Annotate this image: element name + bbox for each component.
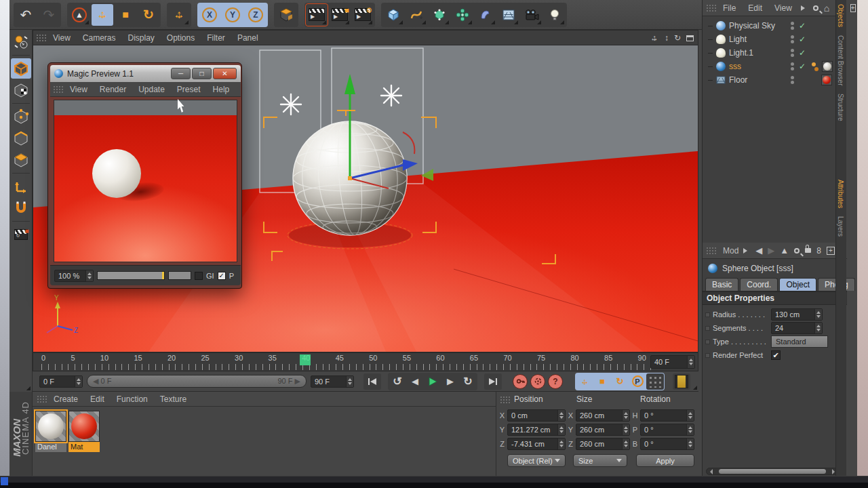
tab-basic[interactable]: Basic: [705, 278, 738, 291]
object-label[interactable]: Light.1: [729, 48, 787, 58]
object-row-sss[interactable]: sss ✓: [703, 60, 846, 73]
key-box[interactable]: [705, 340, 710, 344]
tab-content-browser[interactable]: Content Browser: [836, 31, 845, 89]
material-tag-mat[interactable]: [821, 75, 832, 85]
rotation-p-field[interactable]: 0 °: [640, 424, 694, 436]
history-icon[interactable]: 8: [816, 246, 821, 256]
key-scale-toggle[interactable]: ■: [593, 373, 611, 390]
lock-z-axis[interactable]: Z: [245, 4, 267, 26]
zoom-stepper[interactable]: [85, 270, 93, 281]
next-frame-button[interactable]: ▶: [441, 373, 459, 390]
type-dropdown[interactable]: Standard: [771, 336, 828, 348]
floor-icon[interactable]: [716, 75, 726, 85]
lock-x-axis[interactable]: X: [199, 4, 220, 26]
panel-grip[interactable]: [706, 247, 717, 255]
size-x-field[interactable]: 260 cm: [576, 409, 630, 422]
redo-button[interactable]: ↷: [38, 4, 60, 26]
stepper[interactable]: [557, 424, 565, 435]
key-box[interactable]: [705, 326, 710, 331]
current-frame-field[interactable]: 40 F: [650, 355, 695, 369]
goto-end-button[interactable]: [484, 373, 502, 390]
viewport-menu-panel[interactable]: Panel: [231, 30, 264, 45]
stepper[interactable]: [686, 439, 694, 449]
radius-field[interactable]: 130 cm: [771, 308, 823, 321]
visibility-toggles[interactable]: [791, 76, 794, 84]
enabled-check-icon[interactable]: ✓: [799, 35, 808, 44]
position-x-field[interactable]: 0 cm: [507, 409, 566, 422]
goto-start-button[interactable]: [363, 373, 381, 390]
scroll-thumb[interactable]: [719, 469, 826, 474]
stepper[interactable]: [622, 424, 629, 435]
key-box[interactable]: [705, 353, 710, 358]
om-menu-file[interactable]: File: [717, 1, 742, 16]
previous-key-button[interactable]: ↺: [389, 373, 406, 390]
gi-checkbox[interactable]: [195, 272, 203, 280]
position-z-field[interactable]: -7.431 cm: [507, 438, 566, 450]
add-light-button[interactable]: [544, 4, 566, 26]
key-parameter-toggle[interactable]: P: [629, 373, 646, 390]
sss-tag-icon[interactable]: [812, 62, 818, 71]
move-tool[interactable]: ↔↕: [92, 4, 113, 26]
size-mode-dropdown[interactable]: Size: [573, 454, 627, 467]
sphere-icon[interactable]: [716, 62, 726, 71]
maximize-button[interactable]: □: [192, 68, 212, 79]
viewport-maximize-icon[interactable]: [686, 35, 694, 41]
autokey-button[interactable]: [530, 374, 545, 389]
timeline-window-button[interactable]: [673, 373, 690, 390]
size-y-field[interactable]: 260 cm: [576, 424, 630, 436]
size-z-field[interactable]: 260 cm: [576, 438, 630, 450]
object-row-light1[interactable]: Light.1 ✓: [703, 46, 846, 60]
lock-icon[interactable]: [805, 248, 811, 253]
object-row-light[interactable]: Light ✓: [703, 33, 846, 46]
render-view-button[interactable]: ▶: [306, 4, 328, 26]
object-label[interactable]: Floor: [729, 75, 787, 85]
magic-preview-titlebar[interactable]: Magic Preview 1.1 ─ □ ✕: [50, 65, 241, 82]
radius-stepper[interactable]: [814, 309, 822, 320]
edges-mode-button[interactable]: [11, 128, 31, 148]
viewport-rotate-icon[interactable]: ↻: [674, 33, 681, 43]
segments-field[interactable]: 24: [771, 322, 823, 334]
mat-menu-function[interactable]: Function: [111, 392, 154, 407]
new-panel-icon[interactable]: +: [827, 247, 835, 255]
last-tool-used[interactable]: ↔↕: [168, 4, 190, 26]
material-tag-danel[interactable]: [822, 61, 833, 72]
add-spline-button[interactable]: [406, 4, 427, 26]
om-menu-edit[interactable]: Edit: [742, 1, 768, 16]
viewport-pan-icon[interactable]: ↔↕: [650, 33, 659, 43]
object-row-physical-sky[interactable]: Physical Sky ✓: [703, 19, 846, 33]
render-perfect-checkbox[interactable]: ✔: [771, 350, 781, 360]
enabled-check-icon[interactable]: ✓: [799, 62, 808, 71]
mp-menu-render[interactable]: Render: [94, 82, 132, 97]
mp-menu-update[interactable]: Update: [132, 82, 171, 97]
tab-objects[interactable]: Objects: [836, 0, 845, 31]
add-environment-button[interactable]: [498, 4, 519, 26]
model-mode-button[interactable]: [11, 58, 31, 79]
new-panel-icon[interactable]: +: [850, 4, 856, 12]
viewport-menu-cameras[interactable]: Cameras: [77, 30, 122, 45]
viewport-menu-filter[interactable]: Filter: [201, 30, 231, 45]
apply-button[interactable]: Apply: [636, 454, 694, 467]
tab-coord[interactable]: Coord.: [740, 278, 778, 291]
previous-frame-button[interactable]: ◀: [406, 373, 424, 390]
rotation-b-field[interactable]: 0 °: [640, 438, 694, 450]
tab-attributes[interactable]: Attributes: [836, 176, 845, 212]
light-star-icon[interactable]: [281, 94, 301, 115]
attribute-hscrollbar[interactable]: [706, 468, 839, 475]
tab-layers[interactable]: Layers: [836, 212, 845, 241]
tab-structure[interactable]: Structure: [836, 89, 845, 125]
axis-mode-button[interactable]: [11, 176, 31, 197]
next-key-button[interactable]: ↻: [459, 373, 477, 390]
stepper[interactable]: [557, 410, 565, 421]
gizmo-center[interactable]: [348, 176, 352, 180]
light-icon[interactable]: [716, 48, 726, 58]
physical-sky-icon[interactable]: [716, 21, 726, 30]
stepper[interactable]: [557, 439, 565, 449]
position-y-field[interactable]: 121.272 cm: [507, 424, 566, 436]
add-array-button[interactable]: [452, 4, 473, 26]
render-settings-button[interactable]: ▶⚙: [352, 4, 374, 26]
mp-menu-view[interactable]: View: [64, 82, 94, 97]
viewport-menu-display[interactable]: Display: [121, 30, 160, 45]
object-row-floor[interactable]: Floor: [703, 73, 846, 87]
key-pla-toggle[interactable]: [646, 373, 664, 390]
material-name[interactable]: Mat: [68, 442, 100, 452]
